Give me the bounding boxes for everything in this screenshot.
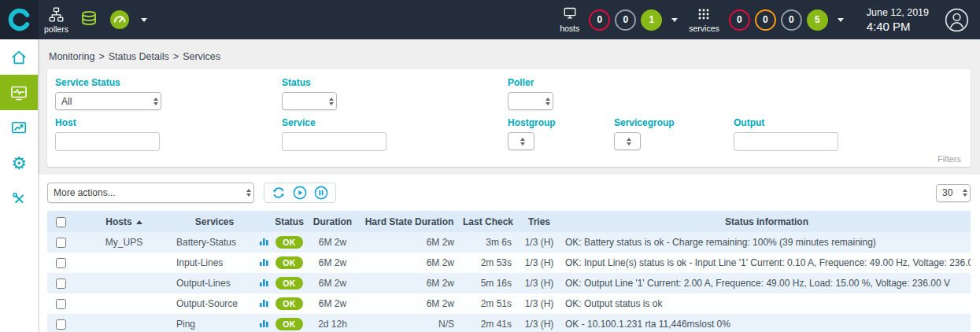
- hostgroup-select[interactable]: [508, 132, 534, 150]
- filters-caption: Filters: [937, 154, 961, 164]
- graph-icon[interactable]: [259, 256, 269, 267]
- hard-state-duration-cell: 6M 2w: [358, 293, 460, 314]
- status-select[interactable]: [282, 92, 337, 110]
- hosts-status-badges: 0 0 1: [586, 9, 664, 31]
- header-status-information[interactable]: Status information: [563, 211, 971, 232]
- refresh-controls: [264, 183, 336, 203]
- header-duration[interactable]: Duration: [307, 211, 358, 232]
- service-input[interactable]: [282, 132, 386, 151]
- sidebar-item-administration[interactable]: [0, 181, 38, 216]
- header-services[interactable]: Services: [173, 211, 256, 232]
- services-ok-badge[interactable]: 5: [807, 9, 828, 31]
- row-checkbox[interactable]: [56, 279, 66, 289]
- servicegroup-select[interactable]: [614, 132, 641, 150]
- row-checkbox[interactable]: [56, 319, 66, 330]
- status-cell: OK: [272, 232, 307, 253]
- sidebar-item-configuration[interactable]: ⚙: [0, 146, 38, 181]
- row-checkbox-cell: [47, 253, 75, 273]
- hosts-unreachable-badge[interactable]: 0: [615, 9, 636, 31]
- database-status-icon[interactable]: [80, 10, 98, 29]
- service-name[interactable]: Output-Lines: [173, 273, 256, 293]
- breadcrumb-monitoring[interactable]: Monitoring: [49, 51, 94, 62]
- play-button[interactable]: [293, 186, 307, 200]
- services-unknown-badge[interactable]: 0: [781, 9, 802, 31]
- graph-icon[interactable]: [259, 236, 269, 246]
- services-critical-badge[interactable]: 0: [729, 9, 750, 31]
- user-avatar[interactable]: [945, 8, 969, 32]
- poller-select[interactable]: [508, 92, 553, 110]
- graph-cell: [256, 314, 272, 332]
- user-icon: [945, 8, 969, 32]
- last-check-cell: 2m 41s: [460, 314, 516, 332]
- hostgroup-label: Hostgroup: [508, 117, 614, 128]
- refresh-button[interactable]: [272, 186, 286, 200]
- hosts-menu[interactable]: hosts: [560, 6, 579, 33]
- service-name[interactable]: Input-Lines: [173, 253, 256, 273]
- sidebar-item-home[interactable]: [0, 39, 38, 75]
- status-information-cell: OK - 10.100.1.231 rta 11,446mslost 0%: [563, 314, 971, 332]
- status-cell: OK: [272, 253, 307, 273]
- service-name[interactable]: Ping: [173, 314, 256, 332]
- gear-icon: ⚙: [11, 155, 27, 172]
- header-last-check-label: Last Check: [463, 216, 513, 227]
- centreon-logo[interactable]: [0, 0, 39, 39]
- status-information-cell: OK: Output status is ok: [563, 293, 971, 314]
- select-arrows-icon: [520, 138, 525, 146]
- last-check-cell: 5m 16s: [460, 273, 516, 293]
- pollers-label: pollers: [44, 24, 68, 34]
- output-input[interactable]: [734, 132, 838, 151]
- service-status-select[interactable]: All: [55, 92, 161, 110]
- hard-state-duration-cell: N/S: [358, 314, 460, 332]
- host-name: [75, 253, 173, 273]
- topbar: pollers: [0, 0, 980, 39]
- pause-button[interactable]: [314, 186, 328, 200]
- select-all-checkbox[interactable]: [56, 217, 66, 227]
- poller-status-icon[interactable]: [109, 9, 130, 30]
- duration-cell: 2d 12h: [307, 314, 358, 332]
- centreon-logo-icon: [8, 8, 31, 31]
- header-last-check[interactable]: Last Check: [460, 211, 516, 232]
- service-name[interactable]: Battery-Status: [173, 232, 256, 253]
- header-hard-state-duration[interactable]: Hard State Duration: [358, 211, 460, 232]
- graph-icon[interactable]: [259, 297, 269, 308]
- services-chevron-down-icon[interactable]: [838, 18, 844, 22]
- poller-label: Poller: [508, 77, 553, 88]
- status-badge: OK: [276, 277, 302, 290]
- row-checkbox[interactable]: [56, 238, 66, 248]
- current-time: 4:40 PM: [867, 20, 929, 33]
- last-check-cell: 3m 6s: [460, 232, 516, 253]
- sidebar-item-reporting[interactable]: [0, 110, 38, 146]
- breadcrumb: Monitoring>Status Details>Services: [38, 39, 980, 69]
- output-label: Output: [734, 117, 838, 128]
- pollers-menu[interactable]: pollers: [44, 6, 68, 34]
- header-hosts[interactable]: Hosts: [75, 211, 173, 232]
- header-status-label: Status: [275, 216, 304, 227]
- row-checkbox[interactable]: [56, 299, 66, 309]
- hosts-down-badge[interactable]: 0: [589, 9, 610, 31]
- header-status[interactable]: Status: [272, 211, 307, 232]
- services-menu[interactable]: services: [689, 6, 719, 33]
- breadcrumb-services[interactable]: Services: [183, 51, 220, 62]
- breadcrumb-status-details[interactable]: Status Details: [109, 51, 169, 62]
- duration-cell: 6M 2w: [307, 293, 358, 314]
- row-checkbox[interactable]: [56, 258, 66, 268]
- header-tries[interactable]: Tries: [516, 211, 563, 232]
- services-warning-badge[interactable]: 0: [755, 9, 776, 31]
- service-name[interactable]: Output-Source: [173, 293, 256, 314]
- graph-icon[interactable]: [259, 277, 269, 287]
- duration-cell: 6M 2w: [307, 253, 358, 273]
- chevron-down-icon[interactable]: [141, 18, 147, 22]
- hard-state-duration-cell: 6M 2w: [358, 253, 460, 273]
- last-check-cell: 2m 51s: [460, 293, 516, 314]
- host-name[interactable]: My_UPS: [75, 232, 173, 253]
- select-arrows-icon: [153, 98, 158, 105]
- sidebar-item-monitoring[interactable]: [0, 75, 38, 110]
- select-arrows-icon: [329, 98, 334, 105]
- monitoring-icon: [9, 83, 28, 102]
- page-size-select[interactable]: 30: [936, 184, 971, 202]
- graph-icon[interactable]: [259, 318, 269, 328]
- hosts-up-badge[interactable]: 1: [641, 9, 662, 31]
- host-input[interactable]: [55, 132, 160, 151]
- hosts-chevron-down-icon[interactable]: [671, 18, 678, 22]
- more-actions-select[interactable]: More actions...: [47, 183, 254, 203]
